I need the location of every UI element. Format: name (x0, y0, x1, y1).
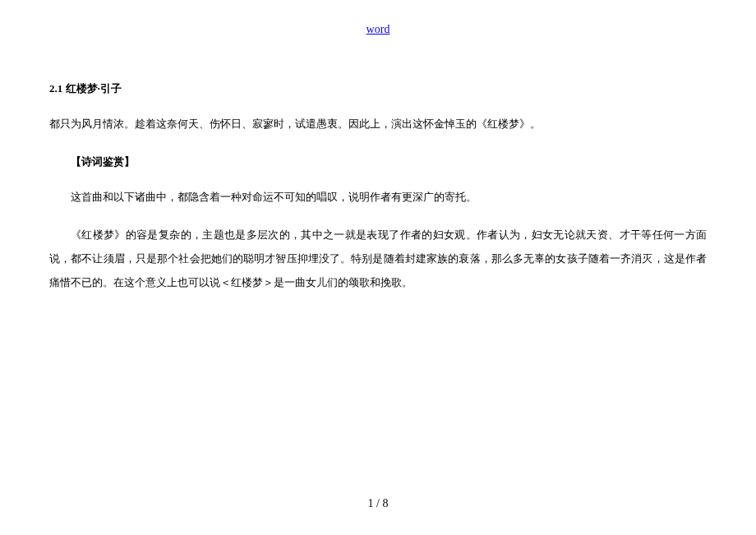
section-title: 2.1 红楼梦·引子 (49, 77, 707, 101)
page-total: 8 (382, 497, 388, 510)
document-content: 2.1 红楼梦·引子 都只为风月情浓。趁着这奈何天、伤怀日、寂寥时，试遣愚衷。因… (49, 77, 707, 294)
page-current: 1 (368, 497, 374, 510)
page-separator: / (374, 497, 383, 510)
header-link-container: word (49, 23, 707, 36)
page-number: 1 / 8 (0, 497, 756, 510)
paragraph-1: 都只为风月情浓。趁着这奈何天、伤怀日、寂寥时，试遣愚衷。因此上，演出这怀金悼玉的… (49, 113, 707, 136)
subheading: 【诗词鉴赏】 (71, 150, 707, 174)
word-link[interactable]: word (366, 23, 390, 35)
paragraph-2: 这首曲和以下诸曲中，都隐含着一种对命运不可知的唱叹，说明作者有更深广的寄托。 (49, 186, 707, 210)
paragraph-3: 《红楼梦》的容是复杂的，主题也是多层次的，其中之一就是表现了作者的妇女观。作者认… (49, 224, 707, 294)
